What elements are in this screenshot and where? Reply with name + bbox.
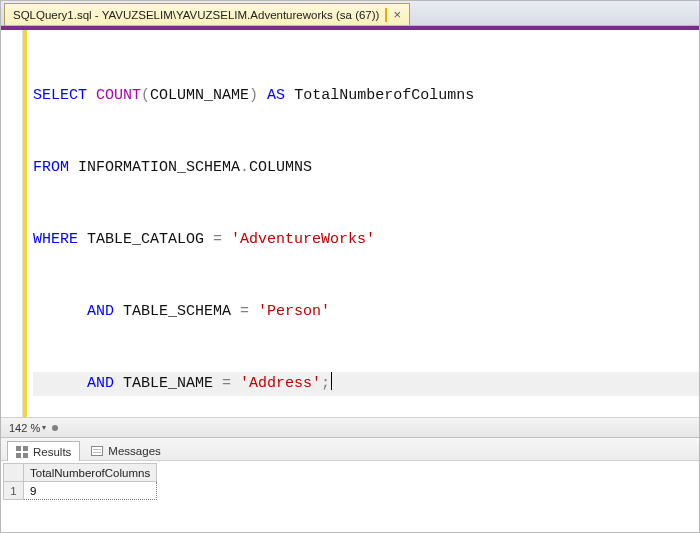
results-grid-container: TotalNumberofColumns 1 9 xyxy=(1,461,699,532)
grid-cell[interactable]: 9 xyxy=(24,482,157,500)
editor-statusbar: 142 % ▾ xyxy=(1,417,699,437)
text-caret xyxy=(331,372,332,390)
messages-icon xyxy=(91,446,103,456)
table-header-row: TotalNumberofColumns xyxy=(4,464,157,482)
code-line: WHERE TABLE_CATALOG = 'AdventureWorks' xyxy=(33,228,699,252)
ssms-window: SQLQuery1.sql - YAVUZSELIM\YAVUZSELIM.Ad… xyxy=(0,0,700,533)
document-tabstrip: SQLQuery1.sql - YAVUZSELIM\YAVUZSELIM.Ad… xyxy=(1,1,699,26)
status-dot xyxy=(52,425,58,431)
results-pane: Results Messages TotalNumberofColumns 1 … xyxy=(1,437,699,532)
zoom-value: 142 % xyxy=(9,422,40,434)
editor-gutter xyxy=(1,30,23,417)
tab-results[interactable]: Results xyxy=(7,441,80,461)
tab-modified-indicator xyxy=(385,8,387,22)
tab-messages[interactable]: Messages xyxy=(82,440,169,460)
grid-corner[interactable] xyxy=(4,464,24,482)
table-row[interactable]: 1 9 xyxy=(4,482,157,500)
document-tab-active[interactable]: SQLQuery1.sql - YAVUZSELIM\YAVUZSELIM.Ad… xyxy=(4,3,410,25)
results-tabstrip: Results Messages xyxy=(1,438,699,461)
row-header[interactable]: 1 xyxy=(4,482,24,500)
grid-icon xyxy=(16,446,28,458)
close-icon[interactable]: × xyxy=(391,8,403,21)
tab-title: SQLQuery1.sql - YAVUZSELIM\YAVUZSELIM.Ad… xyxy=(13,9,379,21)
tab-results-label: Results xyxy=(33,446,71,458)
tab-messages-label: Messages xyxy=(108,445,160,457)
results-grid[interactable]: TotalNumberofColumns 1 9 xyxy=(3,463,157,500)
code-line: FROM INFORMATION_SCHEMA.COLUMNS xyxy=(33,156,699,180)
code-line: AND TABLE_SCHEMA = 'Person' xyxy=(33,300,699,324)
sql-editor[interactable]: SELECT COUNT(COLUMN_NAME) AS TotalNumber… xyxy=(1,30,699,417)
chevron-down-icon: ▾ xyxy=(42,423,46,432)
column-header[interactable]: TotalNumberofColumns xyxy=(24,464,157,482)
zoom-dropdown[interactable]: 142 % ▾ xyxy=(5,420,48,436)
editor-content[interactable]: SELECT COUNT(COLUMN_NAME) AS TotalNumber… xyxy=(27,30,699,417)
code-line-current: AND TABLE_NAME = 'Address'; xyxy=(33,372,699,396)
code-line: SELECT COUNT(COLUMN_NAME) AS TotalNumber… xyxy=(33,84,699,108)
